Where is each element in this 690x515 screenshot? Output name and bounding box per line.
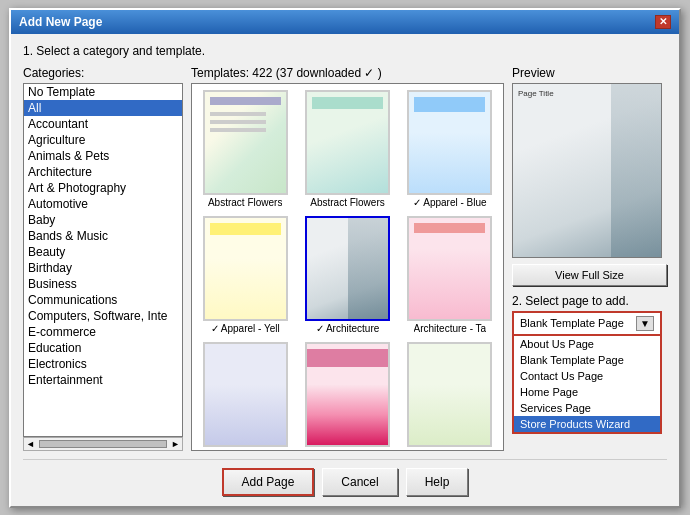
template-item[interactable] [196, 340, 294, 451]
category-item[interactable]: Beauty [24, 244, 182, 260]
preview-box [512, 83, 662, 258]
template-label: Abstract Flowers [208, 197, 282, 208]
template-thumbnail [407, 90, 492, 195]
bottom-bar: Add Page Cancel Help [23, 459, 667, 496]
template-thumbnail [203, 90, 288, 195]
page-type-options-list: About Us PageBlank Template PageContact … [512, 336, 662, 434]
template-label: Architecture - Ta [414, 323, 487, 334]
category-item[interactable]: Baby [24, 212, 182, 228]
template-item[interactable]: Abstract Flowers [298, 88, 396, 210]
preview-label: Preview [512, 66, 667, 80]
page-type-option[interactable]: Store Products Wizard [514, 416, 660, 432]
category-item[interactable]: Education [24, 340, 182, 356]
category-item[interactable]: All [24, 100, 182, 116]
template-label: ✓ Apparel - Blue [413, 197, 487, 208]
title-bar: Add New Page ✕ [11, 10, 679, 34]
template-item[interactable]: ✓ Apparel - Yell [196, 214, 294, 336]
template-label: Abstract Flowers [310, 197, 384, 208]
category-item[interactable]: Architecture [24, 164, 182, 180]
category-item[interactable]: Computers, Software, Inte [24, 308, 182, 324]
template-thumbnail [407, 216, 492, 321]
view-full-size-button[interactable]: View Full Size [512, 264, 667, 286]
category-item[interactable]: Agriculture [24, 132, 182, 148]
cancel-button[interactable]: Cancel [322, 468, 397, 496]
templates-grid: Abstract FlowersAbstract Flowers✓ Appare… [192, 84, 503, 451]
dialog-title: Add New Page [19, 15, 102, 29]
template-item[interactable] [401, 340, 499, 451]
category-item[interactable]: Automotive [24, 196, 182, 212]
page-type-dropdown[interactable]: Blank Template Page ▼ About Us PageBlank… [512, 311, 662, 336]
step1-label: 1. Select a category and template. [23, 44, 667, 58]
template-thumbnail [203, 216, 288, 321]
category-item[interactable]: Bands & Music [24, 228, 182, 244]
template-item[interactable]: Abstract Flowers [196, 88, 294, 210]
categories-list[interactable]: No TemplateAllAccountantAgricultureAnima… [23, 83, 183, 437]
category-item[interactable]: Birthday [24, 260, 182, 276]
template-item[interactable]: ✓ Apparel - Blue [401, 88, 499, 210]
page-type-option[interactable]: Home Page [514, 384, 660, 400]
right-panel: Preview View Full Size 2. Select page to… [512, 66, 667, 451]
horizontal-scrollbar[interactable]: ◄ ► [23, 437, 183, 451]
categories-label: Categories: [23, 66, 183, 80]
template-item[interactable]: ✓ Architecture [298, 214, 396, 336]
template-thumbnail [305, 90, 390, 195]
templates-grid-container[interactable]: Abstract FlowersAbstract Flowers✓ Appare… [191, 83, 504, 451]
template-thumbnail [407, 342, 492, 447]
category-item[interactable]: Business [24, 276, 182, 292]
template-thumbnail [305, 342, 390, 447]
template-item[interactable]: Architecture - Ta [401, 214, 499, 336]
category-item[interactable]: Communications [24, 292, 182, 308]
close-button[interactable]: ✕ [655, 15, 671, 29]
preview-image [513, 84, 661, 257]
page-type-selected-text: Blank Template Page [520, 317, 624, 329]
template-label: ✓ Apparel - Yell [211, 323, 280, 334]
dialog-content: 1. Select a category and template. Categ… [11, 34, 679, 506]
category-item[interactable]: Animals & Pets [24, 148, 182, 164]
page-type-option[interactable]: About Us Page [514, 336, 660, 352]
template-item[interactable] [298, 340, 396, 451]
dropdown-arrow-icon: ▼ [636, 316, 654, 331]
category-item[interactable]: E-commerce [24, 324, 182, 340]
template-thumbnail [305, 216, 390, 321]
page-type-selected[interactable]: Blank Template Page ▼ [512, 311, 662, 336]
step2-label: 2. Select page to add. [512, 294, 667, 308]
help-button[interactable]: Help [406, 468, 469, 496]
template-thumbnail [203, 342, 288, 447]
page-type-option[interactable]: Contact Us Page [514, 368, 660, 384]
category-item[interactable]: Art & Photography [24, 180, 182, 196]
main-area: Categories: No TemplateAllAccountantAgri… [23, 66, 667, 451]
category-item[interactable]: No Template [24, 84, 182, 100]
template-label: ✓ Architecture [316, 323, 380, 334]
page-type-option[interactable]: Blank Template Page [514, 352, 660, 368]
category-item[interactable]: Accountant [24, 116, 182, 132]
add-new-page-dialog: Add New Page ✕ 1. Select a category and … [9, 8, 681, 508]
center-panel: Templates: 422 (37 downloaded ✓ ) Abstra… [191, 66, 504, 451]
category-item[interactable]: Entertainment [24, 372, 182, 388]
page-type-option[interactable]: Services Page [514, 400, 660, 416]
left-panel: Categories: No TemplateAllAccountantAgri… [23, 66, 183, 451]
add-page-button[interactable]: Add Page [222, 468, 315, 496]
templates-label: Templates: 422 (37 downloaded ✓ ) [191, 66, 504, 80]
category-item[interactable]: Electronics [24, 356, 182, 372]
